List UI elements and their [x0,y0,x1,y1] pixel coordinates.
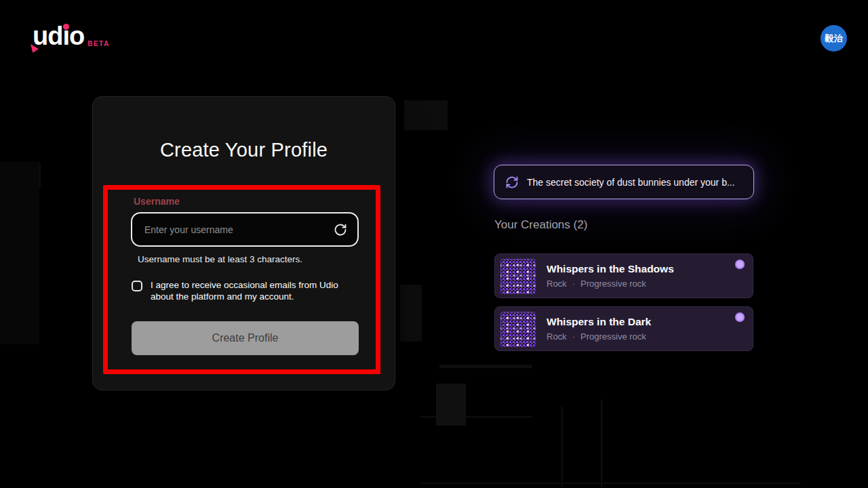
create-profile-button[interactable]: Create Profile [132,321,359,355]
bg-remnant [601,400,602,487]
track-artwork-thumbnail [500,259,536,294]
genre-separator: · [572,331,575,342]
logo-seg-o: o [69,23,84,49]
creations-header: Your Creations (2) [494,218,587,232]
track-subgenre: Progressive rock [580,279,646,289]
bg-remnant [561,407,563,487]
track-status-dot [735,260,745,269]
creation-card-1[interactable]: Whispers in the Shadows Rock·Progressive… [494,253,753,298]
logo-wordmark: udıo [33,23,84,49]
prompt-banner-text: The secret society of dust bunnies under… [527,177,735,188]
track-status-dot [735,312,745,322]
track-genres: Rock·Progressive rock [547,331,646,342]
username-label: Username [134,196,180,207]
bg-remnant [439,365,532,368]
track-subgenre: Progressive rock [580,331,646,342]
bg-remnant [404,100,448,130]
logo-u-wedge [31,44,39,53]
track-title: Whispers in the Shadows [547,263,674,275]
bg-remnant [420,416,532,418]
beta-badge: BETA [87,40,109,47]
generation-prompt-banner[interactable]: The secret society of dust bunnies under… [494,165,754,199]
bg-remnant [0,161,39,344]
username-helper-text: Username must be at least 3 characters. [138,254,302,264]
bg-remnant [400,285,422,342]
bg-remnant [436,384,466,426]
logo-seg-ud: ud [33,23,62,49]
udio-app-screen: udıo BETA 毅治 Create Your Profile Usernam… [0,0,868,488]
bg-remnant [420,483,800,484]
track-genre: Rock [547,331,567,342]
genre-separator: · [572,279,575,289]
modal-title: Create Your Profile [93,139,395,161]
regenerate-username-icon[interactable] [333,222,348,237]
create-profile-modal: Create Your Profile Username Username mu… [92,96,395,390]
track-genre: Rock [547,279,567,289]
generating-spinner-icon [505,176,519,189]
track-title: Whispers in the Dark [547,316,651,328]
avatar-label: 毅治 [825,33,843,45]
creation-card-2[interactable]: Whispers in the Dark Rock·Progressive ro… [494,306,753,351]
consent-checkbox[interactable] [132,281,142,291]
track-artwork-thumbnail [500,312,536,347]
user-avatar[interactable]: 毅治 [821,25,847,52]
consent-label: I agree to receive occasional emails fro… [151,279,362,303]
udio-logo[interactable]: udıo BETA [33,23,110,49]
track-genres: Rock·Progressive rock [547,279,646,289]
logo-seg-i: ı [62,23,69,49]
username-input[interactable] [131,212,359,247]
